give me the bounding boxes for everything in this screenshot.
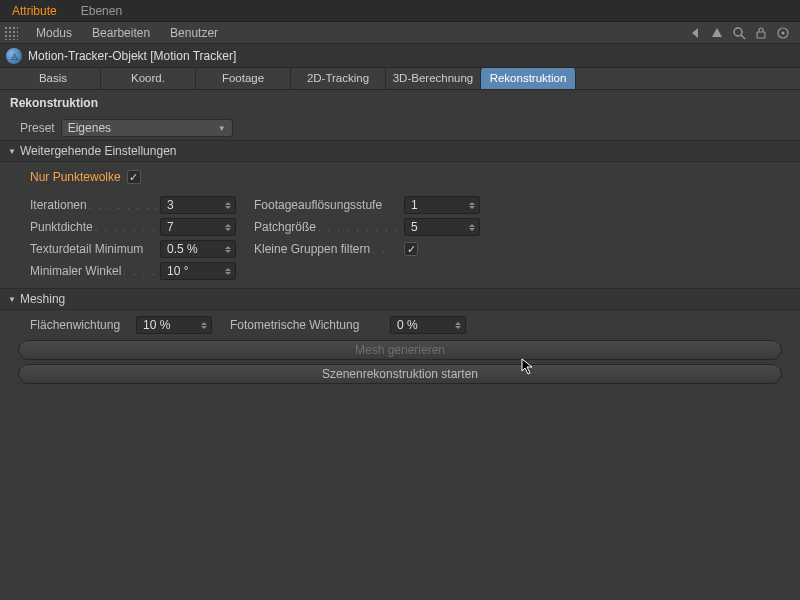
tab-basis[interactable]: Basis xyxy=(6,68,101,89)
nav-back-icon[interactable] xyxy=(688,26,702,40)
object-title: Motion-Tracker-Objekt [Motion Tracker] xyxy=(28,49,236,63)
tab-3d-berechnung[interactable]: 3D-Berechnung xyxy=(386,68,481,89)
footageaufloesung-field[interactable]: 1 xyxy=(404,196,480,214)
tab-rekonstruktion[interactable]: Rekonstruktion xyxy=(481,68,576,89)
motion-tracker-icon: ◬ xyxy=(6,48,22,64)
object-subtabs: Basis Koord. Footage 2D-Tracking 3D-Bere… xyxy=(0,68,800,90)
lock-icon[interactable] xyxy=(754,26,768,40)
kleine-gruppen-label: Kleine Gruppen filtern xyxy=(254,242,370,256)
view-grid-icon[interactable] xyxy=(4,26,18,40)
dropdown-icon: ▼ xyxy=(218,124,226,133)
svg-point-0 xyxy=(734,28,742,36)
preset-select[interactable]: Eigenes ▼ xyxy=(61,119,233,137)
svg-rect-2 xyxy=(757,32,765,38)
szenenrekonstruktion-button[interactable]: Szenenrekonstruktion starten xyxy=(18,364,782,384)
minimaler-winkel-label: Minimaler Winkel xyxy=(30,264,121,278)
preset-value: Eigenes xyxy=(68,121,111,135)
footageaufloesung-label: Footageauflösungsstufe xyxy=(254,198,382,212)
kleine-gruppen-checkbox[interactable]: ✓ xyxy=(404,242,418,256)
group-meshing[interactable]: ▼ Meshing xyxy=(0,288,800,310)
texturdetail-label: Texturdetail Minimum xyxy=(30,242,143,256)
tab-footage[interactable]: Footage xyxy=(196,68,291,89)
fotometrische-wichtung-field[interactable]: 0 % xyxy=(390,316,466,334)
nur-punktewolke-checkbox[interactable]: ✓ xyxy=(127,170,141,184)
iterationen-label: Iterationen xyxy=(30,198,87,212)
menu-benutzer[interactable]: Benutzer xyxy=(160,26,228,40)
iterationen-field[interactable]: 3 xyxy=(160,196,236,214)
patchgroesse-field[interactable]: 5 xyxy=(404,218,480,236)
mesh-generieren-button[interactable]: Mesh generieren xyxy=(18,340,782,360)
disclosure-icon: ▼ xyxy=(8,147,16,156)
object-header: ◬ Motion-Tracker-Objekt [Motion Tracker] xyxy=(0,44,800,68)
target-icon[interactable] xyxy=(776,26,790,40)
svg-point-4 xyxy=(782,31,785,34)
panel-tabs: Attribute Ebenen xyxy=(0,0,800,22)
tab-koord[interactable]: Koord. xyxy=(101,68,196,89)
menu-bearbeiten[interactable]: Bearbeiten xyxy=(82,26,160,40)
tab-2d-tracking[interactable]: 2D-Tracking xyxy=(291,68,386,89)
punktdichte-field[interactable]: 7 xyxy=(160,218,236,236)
menu-modus[interactable]: Modus xyxy=(26,26,82,40)
fotometrische-wichtung-label: Fotometrische Wichtung xyxy=(230,318,359,332)
nav-up-icon[interactable] xyxy=(710,26,724,40)
disclosure-icon: ▼ xyxy=(8,295,16,304)
flaechenwichtung-field[interactable]: 10 % xyxy=(136,316,212,334)
section-title: Rekonstruktion xyxy=(0,90,800,116)
group-meshing-label: Meshing xyxy=(20,292,65,306)
patchgroesse-label: Patchgröße xyxy=(254,220,316,234)
nur-punktewolke-label: Nur Punktewolke xyxy=(30,170,121,184)
punktdichte-label: Punktdichte xyxy=(30,220,93,234)
group-advanced-label: Weitergehende Einstellungen xyxy=(20,144,177,158)
attribute-menubar: Modus Bearbeiten Benutzer xyxy=(0,22,800,44)
tab-ebenen[interactable]: Ebenen xyxy=(69,0,134,21)
texturdetail-field[interactable]: 0.5 % xyxy=(160,240,236,258)
search-icon[interactable] xyxy=(732,26,746,40)
preset-label: Preset xyxy=(20,121,55,135)
group-advanced[interactable]: ▼ Weitergehende Einstellungen xyxy=(0,140,800,162)
minimaler-winkel-field[interactable]: 10 ° xyxy=(160,262,236,280)
tab-attribute[interactable]: Attribute xyxy=(0,0,69,21)
flaechenwichtung-label: Flächenwichtung xyxy=(30,318,120,332)
svg-line-1 xyxy=(741,35,745,39)
